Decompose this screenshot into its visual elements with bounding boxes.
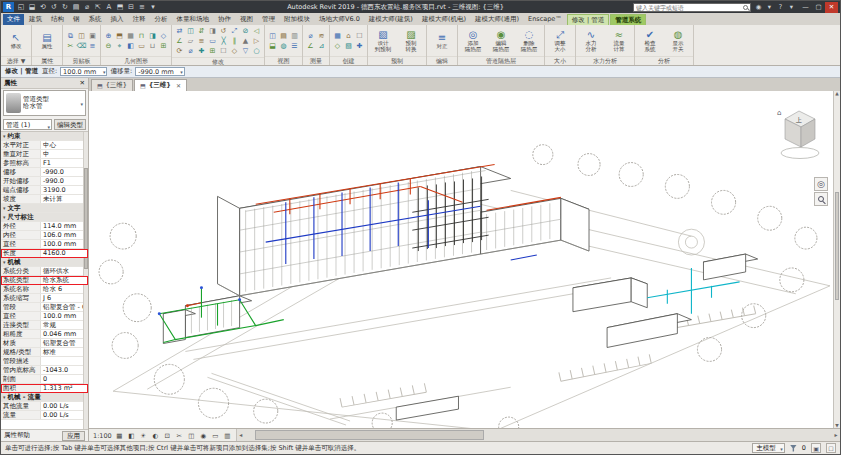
- close-button[interactable]: ✕: [825, 2, 838, 13]
- tool-icon[interactable]: ⊕: [103, 31, 114, 41]
- tool-icon[interactable]: ▷: [251, 36, 262, 46]
- ribbon-tab-管道系统[interactable]: 管道系统: [610, 14, 646, 25]
- worksharing-display-icon[interactable]: ▥: [222, 430, 233, 441]
- instance-selector[interactable]: 管道 (1): [3, 119, 52, 130]
- tool-icon[interactable]: ≡: [87, 41, 98, 51]
- detail-level-icon[interactable]: ▦: [114, 430, 125, 441]
- crop-view-icon[interactable]: ⊡: [162, 430, 173, 441]
- property-row-管段[interactable]: 管段铝塑复合管 - CJ/T 108: [1, 303, 88, 312]
- panel-label-测量[interactable]: 测量: [303, 56, 329, 65]
- editable-only-toggle-icon[interactable]: ▣: [811, 443, 821, 453]
- tool-icon[interactable]: ✚: [196, 46, 207, 56]
- tool-icon[interactable]: ◇: [332, 41, 343, 51]
- tool-显示 开关[interactable]: ◍显示开关: [665, 28, 691, 53]
- horizontal-scrollbar[interactable]: ◂ ▸: [236, 429, 840, 441]
- property-value[interactable]: 100.0 mm: [41, 312, 88, 320]
- tool-icon[interactable]: ⬒: [114, 31, 125, 41]
- tool-流量 计算[interactable]: ≈流量计算: [606, 28, 632, 53]
- view-tab[interactable]: ⬒{三维}✕: [134, 79, 187, 91]
- type-selector[interactable]: 管道类型 给水管 ▾: [3, 90, 86, 116]
- customize-quick-access-icon[interactable]: ▾: [148, 2, 158, 12]
- zoom-button[interactable]: [814, 192, 828, 206]
- panel-label-属性[interactable]: 属性: [32, 56, 62, 65]
- tool-设计 到预制[interactable]: ▧设计到预制: [370, 28, 396, 53]
- property-row-连接类型[interactable]: 连接类型常规: [1, 321, 88, 330]
- tool-icon[interactable]: ▭: [207, 36, 218, 46]
- tool-icon[interactable]: ∠: [305, 41, 316, 51]
- tool-icon[interactable]: ≡: [196, 36, 207, 46]
- tool-属性[interactable]: ▤属性: [34, 31, 60, 50]
- measure-icon[interactable]: ⌀: [82, 2, 92, 12]
- properties-help-link[interactable]: 属性帮助: [4, 431, 30, 440]
- property-group-尺寸标注[interactable]: ▾尺寸标注: [1, 213, 88, 222]
- search-input[interactable]: [636, 4, 741, 11]
- sun-path-icon[interactable]: ☀: [138, 430, 149, 441]
- tool-icon[interactable]: ⊓: [136, 31, 147, 41]
- tool-icon[interactable]: ○: [251, 46, 262, 56]
- property-value[interactable]: 3190.0: [41, 186, 88, 194]
- tool-icon[interactable]: ◇: [229, 46, 240, 56]
- temporary-view-properties-icon[interactable]: ▭: [210, 430, 221, 441]
- redo-icon[interactable]: ↻: [60, 2, 70, 12]
- property-row-水平对正[interactable]: 水平对正中心: [1, 141, 88, 150]
- property-row-垂直对正[interactable]: 垂直对正中: [1, 150, 88, 159]
- panel-label-创建[interactable]: 创建: [330, 56, 367, 65]
- property-row-管内底标高[interactable]: 管内底标高-1043.0: [1, 366, 88, 375]
- options-field-value[interactable]: 100.0 mm: [60, 67, 107, 76]
- visual-style-icon[interactable]: ◧: [126, 430, 137, 441]
- tool-编辑 隔热层[interactable]: ◉编辑隔热层: [488, 28, 514, 53]
- thin-lines-icon[interactable]: ≡: [137, 2, 147, 12]
- property-row-内径[interactable]: 内径106.0 mm: [1, 231, 88, 240]
- property-value[interactable]: 1.313 m²: [41, 384, 88, 392]
- save-icon[interactable]: ⬓: [27, 2, 37, 12]
- property-row-直径[interactable]: 直径100.0 mm: [1, 312, 88, 321]
- ribbon-tab-文件[interactable]: 文件: [3, 14, 24, 25]
- viewcube-top-face[interactable]: 上: [795, 116, 802, 123]
- exclude-options-toggle-icon[interactable]: ☐: [826, 443, 836, 453]
- tool-icon[interactable]: ⌀: [305, 31, 316, 41]
- tool-icon[interactable]: ◍: [278, 41, 289, 51]
- property-value[interactable]: 0.046 mm: [41, 330, 88, 338]
- property-row-参照标高[interactable]: 参照标高F1: [1, 159, 88, 168]
- ribbon-tab-分析[interactable]: 分析: [151, 14, 172, 25]
- search-icon[interactable]: [743, 5, 748, 10]
- ribbon-tab-结构[interactable]: 结构: [47, 14, 68, 25]
- tool-icon[interactable]: ⊖: [103, 41, 114, 51]
- tool-icon[interactable]: ⊿: [316, 41, 327, 51]
- tool-icon[interactable]: ⇵: [196, 26, 207, 36]
- view-cube[interactable]: ⌂ 上: [775, 103, 821, 161]
- tool-icon[interactable]: ▦: [332, 31, 343, 41]
- tool-icon[interactable]: ⌀: [185, 46, 196, 56]
- ribbon-tab-系统[interactable]: 系统: [85, 14, 106, 25]
- tool-icon[interactable]: ◫: [76, 31, 87, 41]
- property-value[interactable]: 未计算: [41, 195, 88, 203]
- tool-icon[interactable]: ⌖: [114, 41, 125, 51]
- property-row-开始偏移[interactable]: 开始偏移-990.0: [1, 177, 88, 186]
- print-icon[interactable]: ▤: [71, 2, 81, 12]
- revit-logo-icon[interactable]: R: [3, 2, 14, 12]
- ribbon-tab-协作[interactable]: 协作: [214, 14, 235, 25]
- property-row-规格/类型[interactable]: 规格/类型标准: [1, 348, 88, 357]
- text-icon[interactable]: A: [104, 2, 114, 12]
- tool-icon[interactable]: ⬓: [267, 41, 278, 51]
- property-row-系统分类[interactable]: 系统分类循环供水: [1, 267, 88, 276]
- panel-label-大小[interactable]: 大小: [545, 56, 575, 65]
- tool-icon[interactable]: ▧: [343, 41, 354, 51]
- building[interactable]: [163, 167, 757, 420]
- tool-预制 转换[interactable]: ▨预制转换: [398, 28, 424, 53]
- property-value[interactable]: 0.00 L/s: [41, 411, 88, 419]
- tool-icon[interactable]: ◨: [207, 26, 218, 36]
- property-row-材质[interactable]: 材质铝塑复合管: [1, 339, 88, 348]
- property-value[interactable]: 铝塑复合管 - CJ/T 108: [41, 303, 88, 311]
- tool-icon[interactable]: ⤢: [229, 26, 240, 36]
- panel-label-几何图形[interactable]: 几何图形: [101, 56, 171, 65]
- horizontal-scroll-thumb[interactable]: [255, 430, 484, 440]
- temporary-hide-isolate-icon[interactable]: ◫: [186, 430, 197, 441]
- section-icon[interactable]: ⊟: [126, 2, 136, 12]
- tool-icon[interactable]: ▤: [278, 31, 289, 41]
- property-value[interactable]: J 6: [41, 294, 88, 302]
- ribbon-tab-钢[interactable]: 钢: [69, 14, 84, 25]
- panel-label-修改[interactable]: 修改: [172, 57, 264, 66]
- panel-label-分析[interactable]: 分析: [635, 56, 693, 65]
- property-value[interactable]: 100.0 mm: [41, 240, 88, 248]
